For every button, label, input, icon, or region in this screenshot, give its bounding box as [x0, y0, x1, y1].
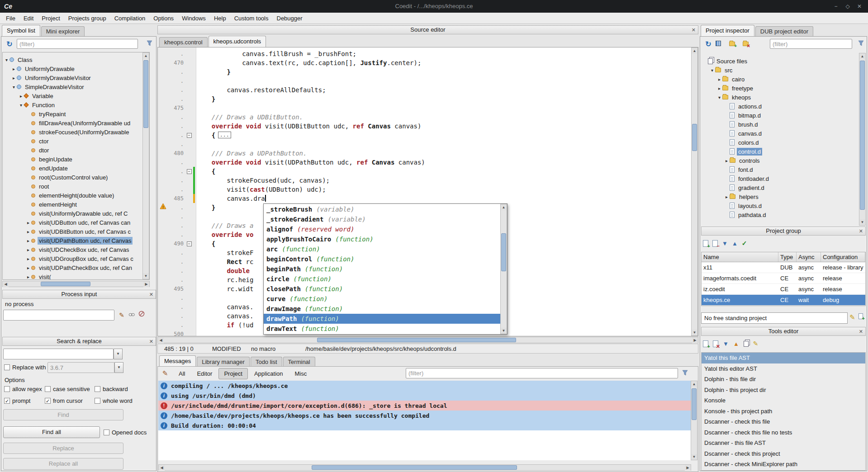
edit-tool-icon[interactable]: ✎ [753, 340, 759, 347]
symbol-item[interactable]: ▾Class [3, 55, 142, 64]
project-file-item[interactable]: ▾src [701, 66, 860, 75]
symbol-item[interactable]: tryRepaint [3, 109, 142, 118]
completion-item[interactable]: closePath(function) [264, 284, 500, 294]
project-file-item[interactable]: ▸controls [701, 156, 860, 165]
expand-icon[interactable]: ▸ [716, 77, 722, 82]
filter-funnel-icon[interactable] [682, 370, 688, 377]
minimize-button[interactable]: − [831, 2, 841, 10]
tool-item[interactable]: Dolphin - this project dir [702, 385, 865, 396]
symbol-item[interactable]: ▸visit(UDPathCheckBox udc, ref Can [3, 263, 142, 272]
project-file-item[interactable]: font.d [701, 165, 860, 174]
inspector-filter-input[interactable] [770, 39, 852, 49]
fold-collapse-icon[interactable]: − [187, 133, 192, 138]
add-folder-icon[interactable]: + [729, 42, 735, 46]
scrollbar-thumb[interactable] [312, 465, 517, 470]
symbol-item[interactable]: beginUpdate [3, 155, 142, 164]
project-file-item[interactable]: ▸cairo [701, 75, 860, 84]
expand-icon[interactable]: ▸ [25, 274, 31, 279]
expand-icon[interactable]: ▸ [11, 76, 17, 80]
expand-icon[interactable]: ▸ [25, 229, 31, 234]
messages-filter-input[interactable] [406, 368, 678, 378]
compile-group-icon[interactable]: ✓ [742, 240, 747, 247]
send-input-icon[interactable]: ✎ [117, 311, 126, 320]
code-line[interactable]: . canvas.fillBrush = _brushFont; [158, 49, 691, 58]
project-file-item[interactable]: canvas.d [701, 129, 860, 138]
expand-icon[interactable]: ▸ [25, 247, 31, 252]
close-icon[interactable]: ✕ [859, 328, 863, 335]
move-up-icon[interactable]: ▲ [733, 340, 739, 347]
add-project-icon[interactable]: + [703, 240, 708, 247]
symbol-item[interactable]: ▸visit(UDPathButton udc, ref Canvas [3, 236, 142, 245]
symbol-item[interactable]: fillDrawArea(UniformlyDrawable ud [3, 118, 142, 127]
menu-compilation[interactable]: Compilation [110, 13, 150, 24]
refresh-icon[interactable]: ↻ [4, 38, 15, 49]
filter-funnel-icon[interactable] [858, 40, 864, 47]
symbol-item[interactable]: ▸UniformlyDrawableVisitor [3, 73, 142, 82]
menu-edit[interactable]: Edit [19, 13, 38, 24]
clear-messages-icon[interactable]: ✎ [160, 368, 171, 379]
message-row[interactable]: i/home/basile/dev/projects/kheops/kheops… [158, 411, 691, 420]
remove-folder-icon[interactable]: ✕ [743, 42, 749, 46]
code-line[interactable]: 470 canvas.text(rc, udc.caption[], Justi… [158, 58, 691, 67]
column-header-async[interactable]: Async [797, 252, 821, 262]
code-line[interactable]: . visit(cast(UDButton) udc); [158, 185, 691, 194]
completion-item[interactable]: applyBrushToCairo(function) [264, 234, 500, 244]
menu-options[interactable]: Options [149, 13, 178, 24]
project-file-item[interactable]: control.d [701, 147, 860, 156]
checkbox[interactable]: ✓ [45, 398, 51, 404]
scroll-up-icon[interactable]: ▲ [692, 48, 697, 54]
expand-icon[interactable]: ▾ [18, 103, 24, 108]
expand-icon[interactable]: ▸ [724, 158, 730, 163]
message-row[interactable]: iBuild duration: 00:00:04 [158, 420, 691, 430]
symbol-item[interactable]: ▾Function [3, 100, 142, 109]
doc-tab-kheops-udcontrols[interactable]: kheops.udcontrols [209, 36, 266, 47]
symbol-item[interactable]: endUpdate [3, 164, 142, 173]
symbol-item[interactable]: strokeFocused(UniformlyDrawable [3, 127, 142, 137]
code-line[interactable]: . /// Draws a UDBitButton. [158, 113, 691, 122]
expand-icon[interactable]: ▸ [18, 94, 24, 99]
message-row[interactable]: icompiling / ... /kheops/kheops.ce [158, 381, 691, 391]
messages-hscrollbar[interactable]: ◀ ▶ [158, 464, 691, 471]
option-whole-word[interactable]: whole word [95, 397, 133, 404]
code-line[interactable]: 480 /// Draws a UDPathButton. [158, 149, 691, 158]
symbol-filter-input[interactable] [17, 39, 138, 49]
project-file-item[interactable]: ▾kheops [701, 93, 860, 102]
expand-icon[interactable]: ▾ [716, 95, 722, 100]
project-file-item[interactable]: fontloader.d [701, 174, 860, 183]
code-line[interactable]: . strokeFocused(udc, canvas); [158, 176, 691, 185]
filter-misc[interactable]: Misc [289, 368, 313, 379]
pipe-icon[interactable] [127, 311, 136, 320]
tab-terminal[interactable]: Terminal [283, 357, 315, 367]
add-tool-icon[interactable]: + [703, 340, 708, 347]
tab-mini-explorer[interactable]: Mini explorer [41, 26, 85, 36]
tool-item[interactable]: Konsole [702, 395, 865, 406]
scrollbar-thumb[interactable] [317, 338, 516, 342]
menu-project[interactable]: Project [38, 13, 64, 24]
close-icon[interactable]: ✕ [149, 338, 153, 345]
completion-item[interactable]: _strokeGradient(variable) [264, 214, 500, 224]
column-header-configuration[interactable]: Configuration [821, 252, 865, 262]
close-icon[interactable]: ✕ [692, 27, 696, 33]
tool-item[interactable]: Konsole - this project path [702, 406, 865, 417]
doc-tab-kheops-control[interactable]: kheops.control [159, 37, 208, 47]
column-header-name[interactable]: Name [702, 252, 778, 262]
symbol-item[interactable]: ▸visit(UDButton udc, ref Canvas can [3, 218, 142, 227]
option-from-cursor[interactable]: ✓from cursor [45, 397, 83, 404]
tool-item[interactable]: Dscanner - check this project [702, 448, 865, 459]
scrollbar-thumb[interactable] [501, 233, 506, 271]
search-dropdown-icon[interactable]: ▼ [114, 349, 123, 359]
code-line[interactable]: . override void visit(UDBitButton udc, r… [158, 122, 691, 131]
symbol-item[interactable]: ▸visit(UDBitButton udc, ref Canvas c [3, 227, 142, 236]
project-row[interactable]: iz.coeditCEasyncrelease [702, 284, 865, 295]
symbol-item[interactable]: ▸visit(UDGroupBox udc, ref Canvas c [3, 254, 142, 263]
option-case-sensitive[interactable]: case sensitive [45, 386, 90, 392]
code-line[interactable]: .− {... [158, 131, 691, 140]
move-down-icon[interactable]: ▼ [723, 340, 729, 347]
project-file-item[interactable]: ▸freetype [701, 84, 860, 93]
option-prompt[interactable]: ✓prompt [4, 397, 30, 404]
process-input-field[interactable] [3, 310, 114, 321]
refresh-icon[interactable]: ↻ [703, 38, 714, 49]
tab-project-inspector[interactable]: Project inspector [701, 25, 754, 36]
replace-dropdown-icon[interactable]: ▼ [114, 362, 123, 373]
find-button[interactable]: Find [3, 409, 123, 420]
